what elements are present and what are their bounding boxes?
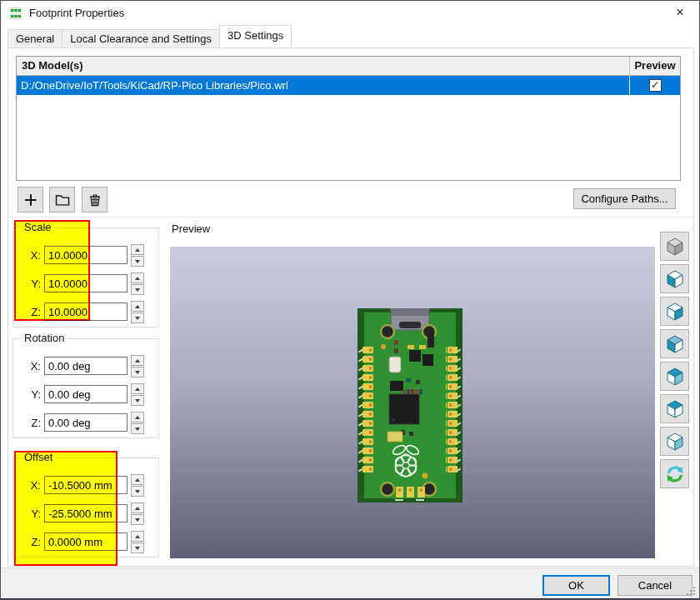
scale-z-row: Z: <box>13 300 158 323</box>
browse-folder-button[interactable] <box>49 187 75 212</box>
title-bar: Footprint Properties × <box>1 1 699 26</box>
view-back-button[interactable] <box>660 362 689 391</box>
view-bottom-button[interactable] <box>660 427 689 456</box>
rotation-y-spinner <box>131 383 144 406</box>
axis-label-z: Z: <box>13 306 41 318</box>
column-header-preview: Preview <box>630 57 680 75</box>
spin-up-button[interactable] <box>131 301 144 312</box>
delete-model-button[interactable] <box>82 187 108 212</box>
3d-preview-viewport[interactable] <box>170 247 655 558</box>
rotation-group-label: Rotation <box>21 332 68 344</box>
axis-label-y: Y: <box>13 508 41 520</box>
offset-z-row: Z: <box>13 530 158 553</box>
preview-checkbox[interactable]: ✓ <box>649 79 662 92</box>
spin-up-button[interactable] <box>131 355 144 366</box>
column-header-model: 3D Model(s) <box>17 57 630 75</box>
isometric-view-button[interactable] <box>660 232 689 261</box>
model-table-header: 3D Model(s) Preview <box>17 57 680 76</box>
table-row[interactable]: D:/OneDrive/IoT/Tools/KiCad/RP-Pico Libr… <box>17 76 680 95</box>
rotation-x-input[interactable] <box>44 357 128 375</box>
reload-view-button[interactable] <box>660 459 689 488</box>
scale-y-row: Y: <box>13 272 158 295</box>
offset-y-input[interactable] <box>44 504 128 522</box>
cancel-button[interactable]: Cancel <box>618 575 692 596</box>
view-front-icon <box>664 333 686 355</box>
footprint-properties-dialog: Footprint Properties × General Local Cle… <box>0 0 700 600</box>
view-left-button[interactable] <box>660 264 689 293</box>
view-right-button[interactable] <box>660 297 689 326</box>
scale-z-input[interactable] <box>44 302 128 321</box>
ok-button[interactable]: OK <box>542 575 610 596</box>
scale-z-spinner <box>131 301 144 323</box>
spin-down-button[interactable] <box>131 486 144 497</box>
view-top-icon <box>664 398 686 420</box>
offset-z-spinner <box>131 531 144 553</box>
axis-label-z: Z: <box>13 536 41 548</box>
spin-down-button[interactable] <box>131 395 144 406</box>
view-top-button[interactable] <box>660 394 689 423</box>
pico-board-3d-model <box>358 308 462 502</box>
axis-label-y: Y: <box>13 278 41 290</box>
spin-down-button[interactable] <box>131 514 144 525</box>
axis-label-x: X: <box>13 249 41 262</box>
scale-x-input[interactable] <box>44 246 128 264</box>
3d-settings-page: 3D Model(s) Preview D:/OneDrive/IoT/Tool… <box>8 48 694 567</box>
offset-x-input[interactable] <box>44 476 128 494</box>
configure-paths-button[interactable]: Configure Paths... <box>573 188 676 209</box>
view-bottom-icon <box>664 431 686 452</box>
offset-x-row: X: <box>13 473 158 497</box>
spin-up-button[interactable] <box>131 412 144 422</box>
scale-x-row: X: <box>13 243 158 267</box>
spin-up-button[interactable] <box>131 272 144 283</box>
scale-y-input[interactable] <box>44 274 128 292</box>
rotation-y-input[interactable] <box>44 385 128 403</box>
offset-x-spinner <box>131 474 144 497</box>
offset-z-input[interactable] <box>44 532 128 551</box>
spin-down-button[interactable] <box>131 367 144 378</box>
model-table: 3D Model(s) Preview D:/OneDrive/IoT/Tool… <box>16 56 681 181</box>
tab-3d-settings[interactable]: 3D Settings <box>219 25 292 48</box>
browse-folder-icon <box>54 192 71 208</box>
axis-label-x: X: <box>13 360 41 372</box>
rotation-x-spinner <box>131 355 144 378</box>
tab-general[interactable]: General <box>8 29 62 48</box>
window-title: Footprint Properties <box>29 1 124 26</box>
spin-down-button[interactable] <box>131 312 144 323</box>
spin-down-button[interactable] <box>131 256 144 267</box>
spin-up-button[interactable] <box>131 244 144 255</box>
add-model-icon <box>22 192 39 208</box>
close-icon: × <box>676 4 684 20</box>
dialog-footer: OK Cancel <box>1 568 699 599</box>
spin-up-button[interactable] <box>131 531 144 542</box>
scale-group: Scale X: Y: Z: <box>12 228 159 328</box>
view-right-icon <box>664 301 686 322</box>
spin-up-button[interactable] <box>131 474 144 485</box>
spin-down-button[interactable] <box>131 284 144 295</box>
offset-group: Offset X: Y: Z: <box>12 458 159 558</box>
spin-down-button[interactable] <box>131 423 144 434</box>
rotation-z-spinner <box>131 412 144 434</box>
check-icon: ✓ <box>651 79 659 91</box>
scale-group-label: Scale <box>21 221 55 233</box>
view-front-button[interactable] <box>660 329 689 358</box>
rotation-z-input[interactable] <box>44 413 128 432</box>
scale-x-spinner <box>131 244 144 267</box>
tab-local-clearance[interactable]: Local Clearance and Settings <box>62 29 220 48</box>
add-model-button[interactable] <box>18 187 43 212</box>
model-path-cell[interactable]: D:/OneDrive/IoT/Tools/KiCad/RP-Pico Libr… <box>17 76 630 95</box>
close-button[interactable]: × <box>661 1 699 26</box>
rotation-x-row: X: <box>13 354 158 378</box>
spin-up-button[interactable] <box>131 383 144 394</box>
rotation-group: Rotation X: Y: Z: <box>12 338 159 438</box>
view-left-icon <box>664 268 686 290</box>
kicad-footprint-icon <box>9 7 22 20</box>
reload-view-icon <box>664 463 686 485</box>
rotation-z-row: Z: <box>13 411 158 434</box>
offset-group-label: Offset <box>21 451 56 463</box>
axis-label-y: Y: <box>13 388 41 401</box>
resize-grip[interactable] <box>686 586 697 597</box>
spin-up-button[interactable] <box>131 502 144 513</box>
spin-down-button[interactable] <box>131 542 144 553</box>
scale-y-spinner <box>131 272 144 295</box>
section-divider <box>8 217 693 218</box>
